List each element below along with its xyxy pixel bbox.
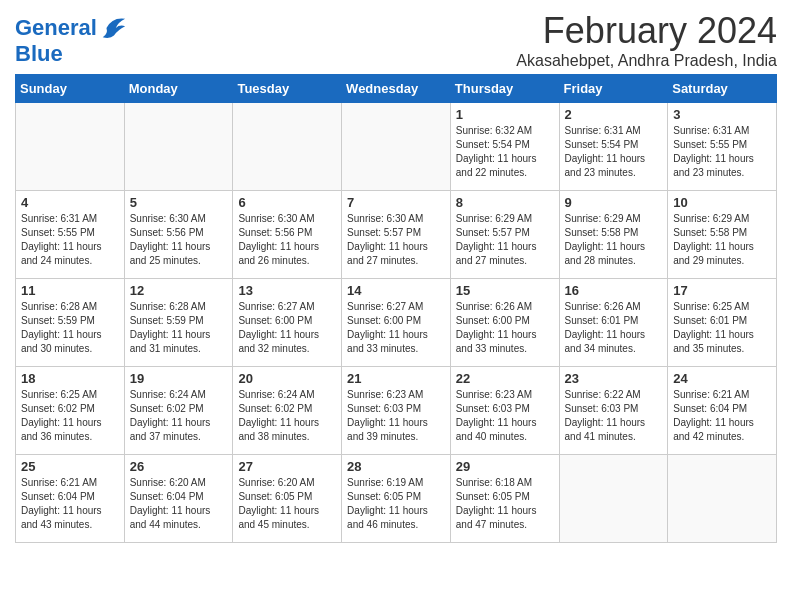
logo: General Blue <box>15 14 127 66</box>
weekday-header-monday: Monday <box>124 75 233 103</box>
day-info: Sunrise: 6:30 AM Sunset: 5:56 PM Dayligh… <box>238 212 336 268</box>
day-number: 18 <box>21 371 119 386</box>
logo-bird-icon <box>99 14 127 42</box>
day-info: Sunrise: 6:27 AM Sunset: 6:00 PM Dayligh… <box>238 300 336 356</box>
day-number: 28 <box>347 459 445 474</box>
day-info: Sunrise: 6:29 AM Sunset: 5:58 PM Dayligh… <box>673 212 771 268</box>
day-info: Sunrise: 6:30 AM Sunset: 5:57 PM Dayligh… <box>347 212 445 268</box>
calendar-cell: 24Sunrise: 6:21 AM Sunset: 6:04 PM Dayli… <box>668 367 777 455</box>
day-number: 8 <box>456 195 554 210</box>
calendar-cell <box>124 103 233 191</box>
day-number: 5 <box>130 195 228 210</box>
day-info: Sunrise: 6:31 AM Sunset: 5:54 PM Dayligh… <box>565 124 663 180</box>
day-info: Sunrise: 6:26 AM Sunset: 6:01 PM Dayligh… <box>565 300 663 356</box>
day-info: Sunrise: 6:28 AM Sunset: 5:59 PM Dayligh… <box>130 300 228 356</box>
calendar-cell: 23Sunrise: 6:22 AM Sunset: 6:03 PM Dayli… <box>559 367 668 455</box>
calendar-cell: 28Sunrise: 6:19 AM Sunset: 6:05 PM Dayli… <box>342 455 451 543</box>
day-number: 27 <box>238 459 336 474</box>
day-number: 9 <box>565 195 663 210</box>
logo-text: General <box>15 16 97 40</box>
day-info: Sunrise: 6:32 AM Sunset: 5:54 PM Dayligh… <box>456 124 554 180</box>
day-number: 15 <box>456 283 554 298</box>
day-info: Sunrise: 6:20 AM Sunset: 6:04 PM Dayligh… <box>130 476 228 532</box>
calendar-cell: 13Sunrise: 6:27 AM Sunset: 6:00 PM Dayli… <box>233 279 342 367</box>
calendar-cell <box>668 455 777 543</box>
calendar-cell: 19Sunrise: 6:24 AM Sunset: 6:02 PM Dayli… <box>124 367 233 455</box>
calendar-cell: 18Sunrise: 6:25 AM Sunset: 6:02 PM Dayli… <box>16 367 125 455</box>
day-number: 1 <box>456 107 554 122</box>
calendar-cell <box>16 103 125 191</box>
calendar-cell: 20Sunrise: 6:24 AM Sunset: 6:02 PM Dayli… <box>233 367 342 455</box>
calendar-cell: 12Sunrise: 6:28 AM Sunset: 5:59 PM Dayli… <box>124 279 233 367</box>
day-info: Sunrise: 6:18 AM Sunset: 6:05 PM Dayligh… <box>456 476 554 532</box>
day-info: Sunrise: 6:26 AM Sunset: 6:00 PM Dayligh… <box>456 300 554 356</box>
logo-text2: Blue <box>15 42 127 66</box>
calendar-cell: 21Sunrise: 6:23 AM Sunset: 6:03 PM Dayli… <box>342 367 451 455</box>
weekday-header-wednesday: Wednesday <box>342 75 451 103</box>
title-block: February 2024 Akasahebpet, Andhra Prades… <box>516 10 777 70</box>
calendar-cell: 14Sunrise: 6:27 AM Sunset: 6:00 PM Dayli… <box>342 279 451 367</box>
calendar-cell: 3Sunrise: 6:31 AM Sunset: 5:55 PM Daylig… <box>668 103 777 191</box>
calendar-cell: 11Sunrise: 6:28 AM Sunset: 5:59 PM Dayli… <box>16 279 125 367</box>
calendar-cell: 9Sunrise: 6:29 AM Sunset: 5:58 PM Daylig… <box>559 191 668 279</box>
day-number: 21 <box>347 371 445 386</box>
calendar-cell: 26Sunrise: 6:20 AM Sunset: 6:04 PM Dayli… <box>124 455 233 543</box>
day-number: 17 <box>673 283 771 298</box>
day-info: Sunrise: 6:23 AM Sunset: 6:03 PM Dayligh… <box>456 388 554 444</box>
calendar-table: SundayMondayTuesdayWednesdayThursdayFrid… <box>15 74 777 543</box>
day-info: Sunrise: 6:20 AM Sunset: 6:05 PM Dayligh… <box>238 476 336 532</box>
day-info: Sunrise: 6:29 AM Sunset: 5:57 PM Dayligh… <box>456 212 554 268</box>
day-info: Sunrise: 6:19 AM Sunset: 6:05 PM Dayligh… <box>347 476 445 532</box>
calendar-cell: 29Sunrise: 6:18 AM Sunset: 6:05 PM Dayli… <box>450 455 559 543</box>
day-number: 23 <box>565 371 663 386</box>
day-info: Sunrise: 6:27 AM Sunset: 6:00 PM Dayligh… <box>347 300 445 356</box>
day-number: 19 <box>130 371 228 386</box>
day-info: Sunrise: 6:25 AM Sunset: 6:01 PM Dayligh… <box>673 300 771 356</box>
calendar-cell: 5Sunrise: 6:30 AM Sunset: 5:56 PM Daylig… <box>124 191 233 279</box>
day-info: Sunrise: 6:24 AM Sunset: 6:02 PM Dayligh… <box>238 388 336 444</box>
day-number: 20 <box>238 371 336 386</box>
day-info: Sunrise: 6:22 AM Sunset: 6:03 PM Dayligh… <box>565 388 663 444</box>
calendar-cell: 27Sunrise: 6:20 AM Sunset: 6:05 PM Dayli… <box>233 455 342 543</box>
calendar-cell: 10Sunrise: 6:29 AM Sunset: 5:58 PM Dayli… <box>668 191 777 279</box>
day-info: Sunrise: 6:21 AM Sunset: 6:04 PM Dayligh… <box>21 476 119 532</box>
day-number: 26 <box>130 459 228 474</box>
day-number: 2 <box>565 107 663 122</box>
day-info: Sunrise: 6:25 AM Sunset: 6:02 PM Dayligh… <box>21 388 119 444</box>
day-number: 7 <box>347 195 445 210</box>
calendar-cell <box>559 455 668 543</box>
day-number: 12 <box>130 283 228 298</box>
page: General Blue February 2024 Akasahebpet, … <box>0 0 792 558</box>
day-number: 11 <box>21 283 119 298</box>
day-info: Sunrise: 6:28 AM Sunset: 5:59 PM Dayligh… <box>21 300 119 356</box>
location: Akasahebpet, Andhra Pradesh, India <box>516 52 777 70</box>
calendar-cell: 17Sunrise: 6:25 AM Sunset: 6:01 PM Dayli… <box>668 279 777 367</box>
weekday-header-thursday: Thursday <box>450 75 559 103</box>
day-number: 16 <box>565 283 663 298</box>
day-number: 14 <box>347 283 445 298</box>
day-number: 3 <box>673 107 771 122</box>
day-number: 29 <box>456 459 554 474</box>
day-info: Sunrise: 6:23 AM Sunset: 6:03 PM Dayligh… <box>347 388 445 444</box>
weekday-header-saturday: Saturday <box>668 75 777 103</box>
weekday-header-friday: Friday <box>559 75 668 103</box>
calendar-cell: 7Sunrise: 6:30 AM Sunset: 5:57 PM Daylig… <box>342 191 451 279</box>
day-info: Sunrise: 6:24 AM Sunset: 6:02 PM Dayligh… <box>130 388 228 444</box>
day-number: 13 <box>238 283 336 298</box>
day-info: Sunrise: 6:29 AM Sunset: 5:58 PM Dayligh… <box>565 212 663 268</box>
day-number: 25 <box>21 459 119 474</box>
day-number: 6 <box>238 195 336 210</box>
weekday-header-tuesday: Tuesday <box>233 75 342 103</box>
day-info: Sunrise: 6:21 AM Sunset: 6:04 PM Dayligh… <box>673 388 771 444</box>
month-year: February 2024 <box>516 10 777 52</box>
calendar-cell <box>342 103 451 191</box>
day-number: 24 <box>673 371 771 386</box>
day-number: 22 <box>456 371 554 386</box>
calendar-cell: 15Sunrise: 6:26 AM Sunset: 6:00 PM Dayli… <box>450 279 559 367</box>
calendar-cell: 1Sunrise: 6:32 AM Sunset: 5:54 PM Daylig… <box>450 103 559 191</box>
day-number: 4 <box>21 195 119 210</box>
weekday-header-sunday: Sunday <box>16 75 125 103</box>
day-info: Sunrise: 6:30 AM Sunset: 5:56 PM Dayligh… <box>130 212 228 268</box>
calendar-cell: 16Sunrise: 6:26 AM Sunset: 6:01 PM Dayli… <box>559 279 668 367</box>
calendar-cell: 4Sunrise: 6:31 AM Sunset: 5:55 PM Daylig… <box>16 191 125 279</box>
